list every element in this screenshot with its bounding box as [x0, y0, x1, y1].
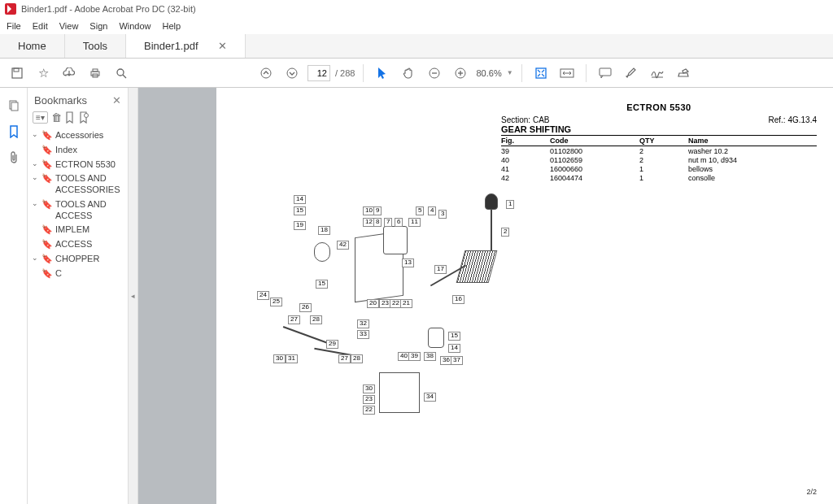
page-up-icon[interactable]: [255, 63, 277, 84]
svg-rect-20: [11, 102, 18, 111]
zoom-dropdown-icon[interactable]: ▼: [507, 69, 513, 76]
svg-rect-3: [93, 69, 98, 72]
highlight-icon[interactable]: [621, 63, 642, 84]
svg-rect-17: [600, 68, 611, 76]
col-fig: Fig.: [501, 137, 550, 145]
svg-rect-14: [536, 68, 546, 78]
nav-rail: [0, 88, 28, 504]
menu-bar: File Edit View Sign Window Help: [0, 18, 833, 34]
page-total: / 288: [335, 68, 355, 78]
page-input[interactable]: [307, 65, 330, 81]
bookmarks-toolbar: ≡▾ 🗑: [28, 111, 128, 128]
menu-file[interactable]: File: [7, 21, 21, 31]
bm-item-access[interactable]: 🔖ACCESS: [31, 237, 128, 252]
window-title: Binder1.pdf - Adobe Acrobat Pro DC (32-b…: [21, 4, 196, 14]
page-number: 2/2: [806, 488, 817, 496]
thumbnails-icon[interactable]: [6, 98, 22, 114]
svg-line-6: [123, 75, 126, 78]
bookmarks-tree: ⌄🔖Accessories 🔖Index ⌄🔖ECTRON 5530 ⌄🔖TOO…: [28, 128, 128, 280]
zoom-in-icon[interactable]: [450, 63, 471, 84]
bm-item-ectron[interactable]: ⌄🔖ECTRON 5530: [31, 158, 128, 172]
bm-item-tools-l2[interactable]: ⌄🔖TOOLS AND ACCESSORIES: [31, 172, 128, 198]
tab-close-icon[interactable]: ✕: [218, 40, 227, 52]
svg-point-5: [117, 69, 124, 76]
bm-item-c[interactable]: 🔖C: [31, 267, 128, 281]
doc-subtitle: GEAR SHIFTING: [501, 124, 817, 134]
sign-icon[interactable]: [647, 63, 668, 84]
tab-home[interactable]: Home: [0, 34, 65, 58]
panel-splitter[interactable]: ◂: [129, 88, 138, 504]
col-name: Name: [688, 137, 817, 145]
hand-icon[interactable]: [398, 63, 419, 84]
pointer-icon[interactable]: [372, 63, 393, 84]
save-icon[interactable]: [7, 63, 28, 84]
prev-page-edge: [138, 88, 216, 504]
exploded-diagram: 14 15 19 18 10 9 12 8 7 6 11 5 4 3 2 1 4…: [241, 193, 517, 421]
menu-help[interactable]: Help: [163, 21, 181, 31]
col-qty: QTY: [639, 137, 688, 145]
document-viewport[interactable]: ECTRON 5530 Section: CAB Ref.: 4G.13.4 G…: [138, 88, 833, 504]
bm-item-tools-l3[interactable]: ⌄🔖TOOLS AND ACCESS: [31, 198, 128, 224]
svg-point-21: [84, 114, 88, 118]
bm-find-icon[interactable]: [79, 111, 89, 124]
bm-options-icon[interactable]: ≡▾: [33, 111, 48, 124]
parts-table: Fig. Code QTY Name 39 01102800 2 washer …: [501, 135, 817, 182]
tab-file-label: Binder1.pdf: [144, 40, 198, 52]
table-row: 40 01102659 2 nut m 10, d934: [501, 155, 817, 164]
table-row: 41 16000660 1 bellows: [501, 164, 817, 173]
tab-row: Home Tools Binder1.pdf ✕: [0, 34, 833, 59]
main-area: Bookmarks ✕ ≡▾ 🗑 ⌄🔖Accessories 🔖Index ⌄🔖…: [0, 88, 833, 504]
tab-file[interactable]: Binder1.pdf ✕: [126, 34, 246, 58]
table-row: 42 16004474 1 consolle: [501, 173, 817, 182]
bookmarks-icon[interactable]: [6, 124, 22, 140]
doc-header: ECTRON 5530 Section: CAB Ref.: 4G.13.4 G…: [501, 102, 817, 134]
bookmarks-panel: Bookmarks ✕ ≡▾ 🗑 ⌄🔖Accessories 🔖Index ⌄🔖…: [28, 88, 129, 504]
attachments-icon[interactable]: [6, 150, 22, 166]
bm-item-index[interactable]: 🔖Index: [31, 143, 128, 158]
tab-tools[interactable]: Tools: [65, 34, 126, 58]
bm-delete-icon[interactable]: 🗑: [51, 111, 62, 124]
bookmarks-close-icon[interactable]: ✕: [112, 94, 121, 106]
doc-ref: Ref.: 4G.13.4: [769, 115, 817, 124]
print-icon[interactable]: [85, 63, 106, 84]
svg-point-8: [287, 68, 297, 78]
svg-point-7: [261, 68, 271, 78]
menu-sign[interactable]: Sign: [89, 21, 107, 31]
bm-item-implem[interactable]: 🔖IMPLEM: [31, 223, 128, 237]
search-zoom-icon[interactable]: [111, 63, 132, 84]
zoom-level: 80.6%: [476, 68, 501, 78]
col-code: Code: [550, 137, 639, 145]
menu-window[interactable]: Window: [119, 21, 150, 31]
page-down-icon[interactable]: [281, 63, 303, 84]
bm-item-accessories[interactable]: ⌄🔖Accessories: [31, 128, 128, 143]
doc-section: Section: CAB: [501, 115, 549, 124]
table-row: 39 01102800 2 washer 10.2: [501, 146, 817, 155]
fit-page-icon[interactable]: [530, 63, 552, 84]
fit-width-icon[interactable]: [556, 63, 578, 84]
menu-view[interactable]: View: [59, 21, 79, 31]
comment-icon[interactable]: [595, 63, 616, 84]
menu-edit[interactable]: Edit: [33, 21, 48, 31]
title-bar: Binder1.pdf - Adobe Acrobat Pro DC (32-b…: [0, 0, 833, 18]
stamp-icon[interactable]: [673, 63, 694, 84]
star-icon[interactable]: ☆: [33, 63, 54, 84]
bm-item-chopper[interactable]: ⌄🔖CHOPPER: [31, 252, 128, 267]
doc-title: ECTRON 5530: [501, 102, 817, 112]
toolbar: ☆ / 288 80.6% ▼: [0, 59, 833, 88]
app-icon: [5, 3, 16, 15]
document-page: ECTRON 5530 Section: CAB Ref.: 4G.13.4 G…: [216, 88, 833, 504]
bm-new-icon[interactable]: [65, 111, 76, 124]
cloud-icon[interactable]: [59, 63, 80, 84]
bookmarks-title: Bookmarks: [34, 94, 87, 106]
zoom-out-icon[interactable]: [424, 63, 445, 84]
